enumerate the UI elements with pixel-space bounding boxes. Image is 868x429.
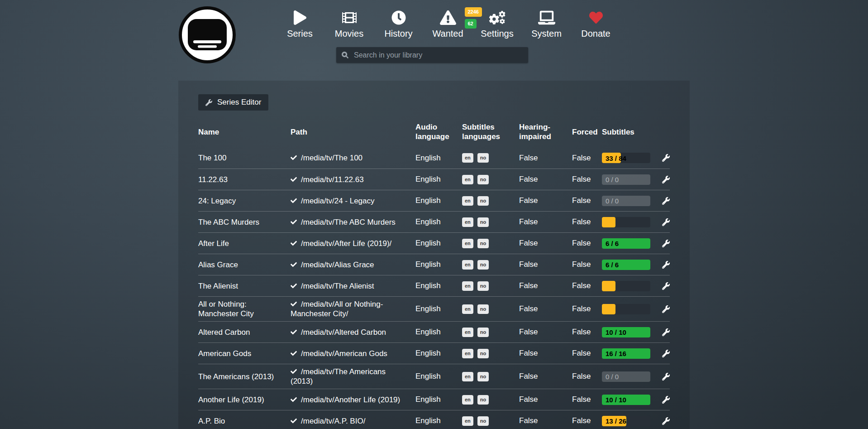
nav-item-settings[interactable]: Settings <box>472 9 522 39</box>
edit-series-button[interactable] <box>662 396 670 404</box>
hearing-impaired-value: False <box>519 196 572 205</box>
series-name[interactable]: 24: Legacy <box>198 196 291 206</box>
nav-item-movies[interactable]: Movies <box>324 9 374 39</box>
series-name[interactable]: Alias Grace <box>198 260 291 270</box>
series-name[interactable]: After Life <box>198 239 291 248</box>
heart-icon <box>589 11 603 24</box>
series-path: /media/tv/American Gods <box>291 349 415 358</box>
wrench-icon <box>662 282 670 290</box>
forced-value: False <box>572 304 602 313</box>
language-badge: no <box>477 328 489 337</box>
nav-item-wanted[interactable]: Wanted 2246 62 <box>423 9 472 39</box>
series-name[interactable]: 11.22.63 <box>198 175 291 184</box>
series-name[interactable]: Altered Carbon <box>198 328 291 337</box>
edit-series-button[interactable] <box>662 197 670 205</box>
column-header-forced: Forced <box>572 127 602 137</box>
audio-language: English <box>415 260 462 269</box>
audio-language: English <box>415 304 462 313</box>
series-path: /media/tv/Altered Carbon <box>291 328 415 337</box>
edit-series-button[interactable] <box>662 261 670 269</box>
series-name[interactable]: All or Nothing: Manchester City <box>198 299 291 318</box>
audio-language: English <box>415 395 462 404</box>
subtitles-progress-label: 13 / 26 <box>606 417 626 425</box>
subtitles-progress-label: 6 / 6 <box>606 240 619 247</box>
language-badge: en <box>462 239 473 248</box>
nav-item-series[interactable]: Series <box>275 9 324 39</box>
edit-series-button[interactable] <box>662 373 670 381</box>
series-table: Name Path Audio language Subtitles langu… <box>198 122 670 429</box>
audio-language: English <box>415 175 462 184</box>
check-icon <box>291 197 297 206</box>
series-name[interactable]: The Americans (2013) <box>198 372 291 381</box>
forced-value: False <box>572 175 602 184</box>
hearing-impaired-value: False <box>519 281 572 290</box>
series-path: /media/tv/Another Life (2019) <box>291 395 415 405</box>
edit-series-button[interactable] <box>662 328 670 336</box>
edit-series-button[interactable] <box>662 305 670 313</box>
edit-series-button[interactable] <box>662 350 670 357</box>
series-name[interactable]: Another Life (2019) <box>198 395 291 405</box>
wrench-icon <box>662 328 670 336</box>
subtitles-progress-bar: 0 / 0 <box>602 371 650 382</box>
check-icon <box>291 239 297 249</box>
hearing-impaired-value: False <box>519 260 572 269</box>
edit-series-button[interactable] <box>662 282 670 290</box>
edit-series-button[interactable] <box>662 240 670 247</box>
subtitles-progress-bar: 0 / 0 <box>602 174 650 185</box>
nav-item-donate[interactable]: Donate <box>571 9 620 39</box>
language-badge: no <box>477 395 489 405</box>
series-path: /media/tv/The 100 <box>291 153 415 163</box>
audio-language: English <box>415 196 462 205</box>
series-editor-button[interactable]: Series Editor <box>198 94 268 111</box>
film-icon <box>342 10 357 25</box>
edit-series-button[interactable] <box>662 218 670 226</box>
language-badge: en <box>462 372 473 381</box>
check-icon <box>291 367 297 377</box>
language-badge: en <box>462 328 473 337</box>
check-icon <box>291 417 297 426</box>
forced-value: False <box>572 217 602 227</box>
series-row: All or Nothing: Manchester City /media/t… <box>198 296 670 321</box>
check-icon <box>291 282 297 291</box>
nav-label-donate: Donate <box>581 29 610 39</box>
nav-item-system[interactable]: System <box>522 9 571 39</box>
subtitles-progress-bar: 6 / 6 <box>602 260 650 270</box>
edit-series-button[interactable] <box>662 154 670 162</box>
subtitles-languages: enno <box>462 304 519 314</box>
series-table-body: The 100 /media/tv/The 100 English enno F… <box>198 147 670 429</box>
series-name[interactable]: A.P. Bio <box>198 416 291 426</box>
nav-label-wanted: Wanted <box>432 29 463 39</box>
hearing-impaired-value: False <box>519 395 572 404</box>
series-name[interactable]: The Alienist <box>198 281 291 291</box>
hearing-impaired-value: False <box>519 217 572 227</box>
forced-value: False <box>572 239 602 248</box>
series-path: /media/tv/11.22.63 <box>291 175 415 184</box>
series-row: After Life /media/tv/After Life (2019)/ … <box>198 232 670 254</box>
nav-label-series: Series <box>287 29 313 39</box>
series-name[interactable]: The 100 <box>198 153 291 163</box>
series-name[interactable]: American Gods <box>198 349 291 358</box>
series-name[interactable]: The ABC Murders <box>198 217 291 227</box>
subtitles-languages: enno <box>462 217 519 227</box>
table-header-row: Name Path Audio language Subtitles langu… <box>198 122 670 147</box>
subtitles-progress-bar <box>602 281 650 291</box>
wrench-icon <box>662 417 670 425</box>
tv-subtitles-logo-icon <box>178 6 236 64</box>
subtitles-languages: enno <box>462 372 519 381</box>
hearing-impaired-value: False <box>519 304 572 313</box>
subtitles-progress-bar: 16 / 16 <box>602 348 650 359</box>
series-row: The Alienist /media/tv/The Alienist Engl… <box>198 275 670 296</box>
hearing-impaired-value: False <box>519 239 572 248</box>
audio-language: English <box>415 281 462 290</box>
subtitles-progress-bar: 6 / 6 <box>602 238 650 249</box>
nav-item-history[interactable]: History <box>374 9 423 39</box>
bazarr-logo[interactable] <box>178 6 236 64</box>
subtitles-progress-label: 16 / 16 <box>606 350 626 357</box>
series-path: /media/tv/A.P. BIO/ <box>291 416 415 426</box>
audio-language: English <box>415 416 462 425</box>
series-row: 11.22.63 /media/tv/11.22.63 English enno… <box>198 169 670 190</box>
edit-series-button[interactable] <box>662 417 670 425</box>
language-badge: no <box>477 281 489 291</box>
search-input[interactable] <box>353 51 523 60</box>
edit-series-button[interactable] <box>662 176 670 183</box>
